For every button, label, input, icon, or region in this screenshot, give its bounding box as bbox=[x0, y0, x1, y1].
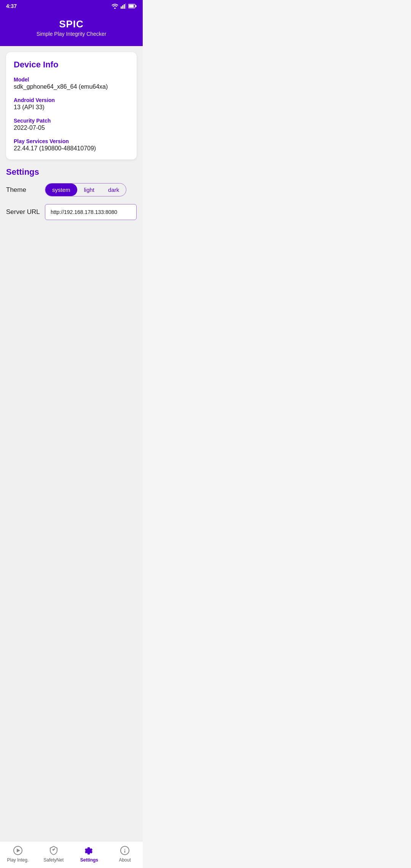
server-url-input[interactable] bbox=[45, 204, 137, 220]
nav-item-settings[interactable]: Settings bbox=[72, 845, 107, 863]
server-url-row: Server URL bbox=[6, 204, 137, 220]
theme-dark-button[interactable]: dark bbox=[101, 183, 126, 196]
settings-title: Settings bbox=[6, 167, 137, 177]
android-version-label: Android Version bbox=[14, 97, 129, 103]
svg-rect-6 bbox=[129, 5, 134, 8]
svg-rect-4 bbox=[125, 3, 126, 9]
device-info-title: Device Info bbox=[14, 60, 129, 70]
device-info-card: Device Info Model sdk_gphone64_x86_64 (e… bbox=[6, 52, 137, 160]
android-version-value: 13 (API 33) bbox=[14, 104, 129, 111]
theme-system-button[interactable]: system bbox=[45, 183, 77, 196]
play-services-value: 22.44.17 (190800-488410709) bbox=[14, 145, 129, 152]
security-patch-row: Security Patch 2022-07-05 bbox=[14, 118, 129, 131]
play-services-label: Play Services Version bbox=[14, 138, 129, 144]
svg-rect-2 bbox=[122, 5, 123, 9]
theme-toggle[interactable]: system light dark bbox=[45, 183, 126, 196]
status-icons bbox=[112, 3, 137, 9]
svg-rect-1 bbox=[121, 6, 122, 9]
app-title: SPIC bbox=[6, 18, 137, 30]
main-content: Device Info Model sdk_gphone64_x86_64 (e… bbox=[0, 46, 143, 841]
nav-label-settings: Settings bbox=[80, 857, 98, 863]
nav-item-about[interactable]: About bbox=[107, 845, 143, 863]
settings-section: Settings Theme system light dark Server … bbox=[6, 167, 137, 228]
server-url-label: Server URL bbox=[6, 208, 40, 216]
theme-label: Theme bbox=[6, 186, 40, 194]
nav-label-play-integ: Play Integ. bbox=[7, 857, 29, 863]
app-subtitle: Simple Play Integrity Checker bbox=[6, 31, 137, 37]
app-header: SPIC Simple Play Integrity Checker bbox=[0, 12, 143, 46]
nav-label-safety-net: SafetyNet bbox=[43, 857, 64, 863]
nav-item-safety-net[interactable]: SafetyNet bbox=[36, 845, 72, 863]
nav-label-about: About bbox=[119, 857, 131, 863]
android-version-row: Android Version 13 (API 33) bbox=[14, 97, 129, 111]
bottom-nav: Play Integ. SafetyNet Settings About bbox=[0, 841, 143, 868]
theme-row: Theme system light dark bbox=[6, 183, 137, 196]
status-time: 4:37 bbox=[6, 3, 17, 9]
play-services-row: Play Services Version 22.44.17 (190800-4… bbox=[14, 138, 129, 152]
svg-rect-7 bbox=[135, 5, 137, 7]
model-label: Model bbox=[14, 77, 129, 83]
model-value: sdk_gphone64_x86_64 (emu64xa) bbox=[14, 83, 129, 90]
safety-net-icon bbox=[48, 845, 59, 856]
battery-icon bbox=[128, 4, 137, 8]
play-integ-icon bbox=[13, 845, 23, 856]
nav-item-play-integ[interactable]: Play Integ. bbox=[0, 845, 36, 863]
svg-rect-3 bbox=[124, 4, 125, 9]
about-icon bbox=[119, 845, 130, 856]
wifi-icon bbox=[112, 3, 118, 9]
svg-point-0 bbox=[114, 8, 116, 9]
security-patch-label: Security Patch bbox=[14, 118, 129, 124]
signal-icon bbox=[121, 3, 126, 9]
settings-icon bbox=[84, 845, 94, 856]
theme-light-button[interactable]: light bbox=[77, 183, 102, 196]
model-row: Model sdk_gphone64_x86_64 (emu64xa) bbox=[14, 77, 129, 90]
security-patch-value: 2022-07-05 bbox=[14, 124, 129, 131]
status-bar: 4:37 bbox=[0, 0, 143, 12]
